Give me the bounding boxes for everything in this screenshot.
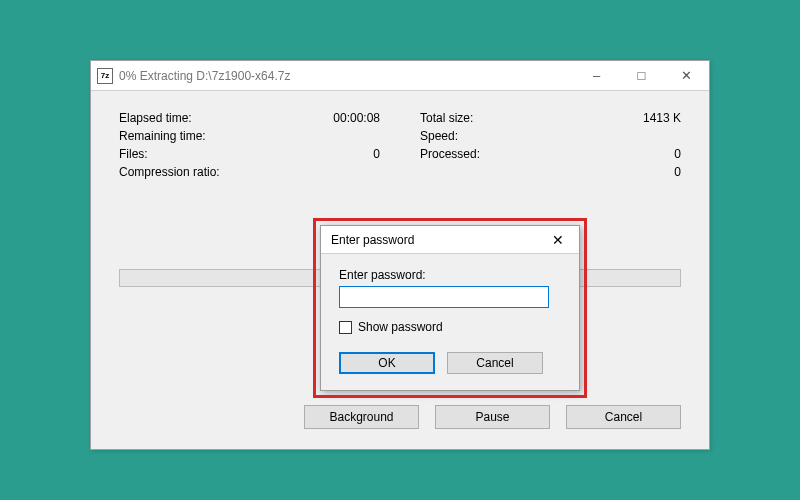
total-size-value: 1413 K: [621, 111, 681, 125]
compression-ratio-label: Compression ratio:: [119, 165, 320, 179]
files-value: 0: [320, 147, 380, 161]
remaining-time-value: [320, 129, 380, 143]
pause-button[interactable]: Pause: [435, 405, 550, 429]
titlebar[interactable]: 7z 0% Extracting D:\7z1900-x64.7z – □ ✕: [91, 61, 709, 91]
speed-label: Speed:: [420, 129, 621, 143]
maximize-button[interactable]: □: [619, 61, 664, 90]
total-size-label: Total size:: [420, 111, 621, 125]
row4-right-value: 0: [621, 165, 681, 179]
minimize-button[interactable]: –: [574, 61, 619, 90]
remaining-time-label: Remaining time:: [119, 129, 320, 143]
background-button[interactable]: Background: [304, 405, 419, 429]
dialog-close-button[interactable]: ✕: [543, 232, 573, 248]
compression-ratio-value: [320, 165, 380, 179]
show-password-label: Show password: [358, 320, 443, 334]
show-password-row[interactable]: Show password: [339, 320, 561, 334]
speed-value: [621, 129, 681, 143]
dialog-body: Enter password: Show password OK Cancel: [321, 254, 579, 390]
dialog-titlebar[interactable]: Enter password ✕: [321, 226, 579, 254]
password-dialog: Enter password ✕ Enter password: Show pa…: [320, 225, 580, 391]
dialog-title: Enter password: [331, 233, 414, 247]
dialog-cancel-button[interactable]: Cancel: [447, 352, 543, 374]
cancel-button[interactable]: Cancel: [566, 405, 681, 429]
password-field-label: Enter password:: [339, 268, 561, 282]
row4-right-label: [420, 165, 621, 179]
processed-value: 0: [621, 147, 681, 161]
elapsed-time-value: 00:00:08: [320, 111, 380, 125]
bottom-button-row: Background Pause Cancel: [304, 405, 681, 429]
processed-label: Processed:: [420, 147, 621, 161]
app-icon: 7z: [97, 68, 113, 84]
stats-grid: Elapsed time: 00:00:08 Total size: 1413 …: [119, 111, 681, 179]
files-label: Files:: [119, 147, 320, 161]
ok-button[interactable]: OK: [339, 352, 435, 374]
elapsed-time-label: Elapsed time:: [119, 111, 320, 125]
close-button[interactable]: ✕: [664, 61, 709, 90]
window-title: 0% Extracting D:\7z1900-x64.7z: [119, 69, 290, 83]
show-password-checkbox[interactable]: [339, 321, 352, 334]
password-input[interactable]: [339, 286, 549, 308]
